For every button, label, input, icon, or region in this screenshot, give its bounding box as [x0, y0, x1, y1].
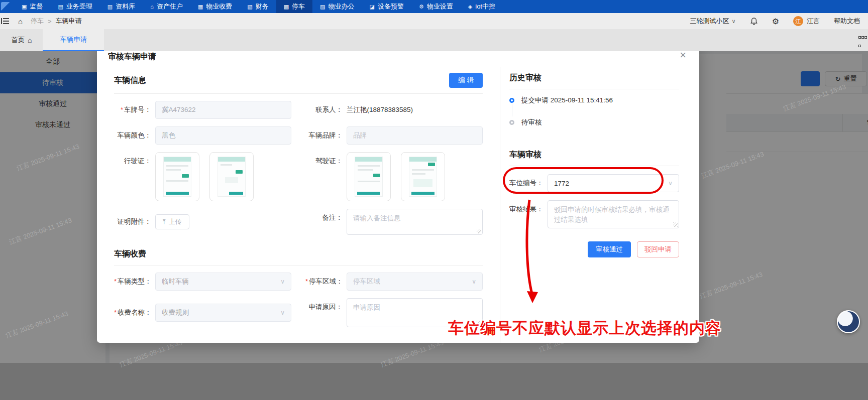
review-vehicle-application-modal: 审核车辆申请 × 车辆信息 编 辑 *车牌号： 冀A473622 联系人： 兰 [97, 43, 699, 343]
nav-item-settings[interactable]: ⚙ 物业设置 [411, 0, 461, 13]
driver-license-label: 驾驶证： [305, 152, 347, 170]
vehicle-type-label: 车辆类型： [118, 278, 152, 285]
nav-label: 监督 [30, 2, 43, 11]
breadcrumb-current: 车辆申请 [56, 17, 82, 26]
upload-icon: ⤒ [163, 218, 166, 226]
parking-area-select: 停车区域 ∨ [347, 273, 483, 291]
vehicle-info-section-title: 车辆信息 [114, 75, 146, 86]
home-icon: ⌂ [28, 36, 32, 44]
required-mark: * [114, 309, 117, 316]
nav-label: 停车 [292, 2, 305, 11]
nav-item-iot[interactable]: ◈ iot中控 [461, 0, 503, 13]
review-column: 历史审核 提交申请 2025-09-11 15:41:56 待审核 车辆审核 [500, 67, 699, 343]
chevron-down-icon: ∨ [280, 309, 285, 316]
chevron-down-icon: ∨ [732, 18, 736, 25]
tab-bar: 首页 ⌂ 车辆申请 [0, 29, 868, 51]
business-icon: ▤ [58, 4, 63, 10]
brand-label: 车辆品牌： [305, 126, 347, 145]
upload-button[interactable]: ⤒ 上传 [155, 214, 189, 229]
chevron-down-icon: ∨ [280, 278, 285, 285]
chevron-down-icon: ∨ [472, 278, 476, 285]
tab-home-label: 首页 [11, 36, 25, 45]
app-logo [1, 2, 14, 11]
nav-label: 资料库 [116, 2, 135, 11]
timeline-dot-done [509, 98, 514, 103]
nav-item-device-alert[interactable]: ◪ 设备预警 [362, 0, 411, 13]
vehicle-info-column: 车辆信息 编 辑 *车牌号： 冀A473622 联系人： 兰江艳(1887838… [97, 67, 500, 343]
remark-textarea[interactable]: 请输入备注信息 [347, 209, 483, 235]
tab-home[interactable]: 首页 ⌂ [0, 29, 43, 51]
notification-bell-icon[interactable] [750, 17, 758, 26]
nav-item-finance[interactable]: ▧ 财务 [240, 0, 276, 13]
apply-reason-textarea[interactable]: 申请原因 [347, 298, 483, 327]
parking-spot-label: 车位编号： [509, 174, 548, 192]
required-mark: * [305, 278, 308, 285]
top-navigation: ▣ 监督 ▤ 业务受理 ▥ 资料库 ⌂ 资产住户 ▦ 物业收费 ▧ 财务 ▩ 停… [0, 0, 868, 13]
tab-list-grid-icon[interactable] [858, 32, 867, 49]
review-history-timeline: 提交申请 2025-09-11 15:41:56 待审核 [509, 95, 679, 127]
nav-item-office[interactable]: ▨ 物业办公 [312, 0, 362, 13]
office-icon: ▨ [320, 4, 325, 10]
attachment-label: 证明附件： [114, 213, 155, 231]
iot-icon: ◈ [468, 4, 472, 10]
nav-label: iot中控 [475, 2, 495, 11]
nav-item-parking[interactable]: ▩ 停车 [276, 0, 312, 13]
parking-area-label: 停车区域： [309, 278, 343, 285]
contact-label: 联系人： [305, 101, 347, 119]
community-name: 三轮测试小区 [690, 17, 729, 26]
brand-input: 品牌 [347, 126, 483, 145]
breadcrumb-parent[interactable]: 停车 [31, 17, 44, 26]
fee-name-select: 收费规则 ∨ [155, 304, 291, 322]
nav-item-fees[interactable]: ▦ 物业收费 [190, 0, 240, 13]
fees-icon: ▦ [198, 4, 203, 10]
apply-reason-label: 申请原因： [305, 298, 347, 316]
remark-label: 备注： [305, 209, 347, 227]
timeline-dot-pending [509, 120, 514, 125]
color-label: 车辆颜色： [114, 126, 155, 145]
gear-icon[interactable]: ⚙ [772, 17, 779, 26]
assets-icon: ⌂ [150, 4, 154, 10]
edit-button[interactable]: 编 辑 [449, 73, 483, 88]
required-mark: * [121, 106, 123, 113]
modal-title: 审核车辆申请 [108, 52, 156, 62]
assistant-bot-avatar[interactable] [837, 310, 860, 333]
driver-license-photo-1[interactable] [347, 152, 391, 201]
nav-label: 物业设置 [427, 2, 453, 11]
close-icon[interactable]: × [680, 50, 686, 61]
parking-icon: ▩ [284, 4, 289, 10]
review-result-textarea[interactable]: 驳回申请的时候审核结果必填，审核通过结果选填 [548, 200, 679, 228]
driver-license-photo-2[interactable] [401, 152, 445, 201]
tab-active-label: 车辆申请 [60, 35, 87, 44]
nav-item-library[interactable]: ▥ 资料库 [100, 0, 143, 13]
parking-spot-select[interactable]: 1772 ∨ [548, 174, 679, 192]
nav-item-assets[interactable]: ⌂ 资产住户 [143, 0, 190, 13]
review-result-label: 审核结果： [509, 200, 548, 218]
approve-button[interactable]: 审核通过 [588, 241, 631, 257]
nav-item-business[interactable]: ▤ 业务受理 [50, 0, 99, 13]
community-selector[interactable]: 三轮测试小区 ∨ [690, 17, 736, 26]
timeline-step-submitted: 提交申请 2025-09-11 15:41:56 [521, 96, 613, 105]
fee-name-label: 收费名称： [118, 309, 152, 316]
device-alert-icon: ◪ [370, 4, 375, 10]
driving-license-photo-1[interactable] [155, 152, 199, 201]
plate-input: 冀A473622 [155, 101, 291, 119]
nav-item-supervision[interactable]: ▣ 监督 [14, 0, 50, 13]
vehicle-review-section-title: 车辆审核 [509, 150, 541, 160]
reject-button[interactable]: 驳回申请 [637, 241, 679, 257]
chevron-down-icon: ∨ [668, 180, 673, 187]
finance-icon: ▧ [247, 4, 252, 10]
help-docs-link[interactable]: 帮助文档 [834, 17, 860, 26]
library-icon: ▥ [107, 4, 113, 10]
avatar: 江 [793, 16, 803, 26]
collapse-menu-icon[interactable] [1, 18, 9, 24]
vehicle-fee-section-title: 车辆收费 [114, 249, 146, 259]
vehicle-type-select: 临时车辆 ∨ [155, 273, 291, 291]
user-menu[interactable]: 江 江言 [793, 16, 820, 26]
tab-vehicle-application[interactable]: 车辆申请 [43, 29, 104, 51]
supervision-icon: ▣ [22, 4, 27, 10]
nav-label: 物业收费 [206, 2, 232, 11]
nav-label: 设备预警 [378, 2, 404, 11]
breadcrumb-separator: > [48, 18, 52, 25]
home-icon[interactable]: ⌂ [18, 17, 23, 26]
driving-license-photo-2[interactable] [209, 152, 254, 201]
